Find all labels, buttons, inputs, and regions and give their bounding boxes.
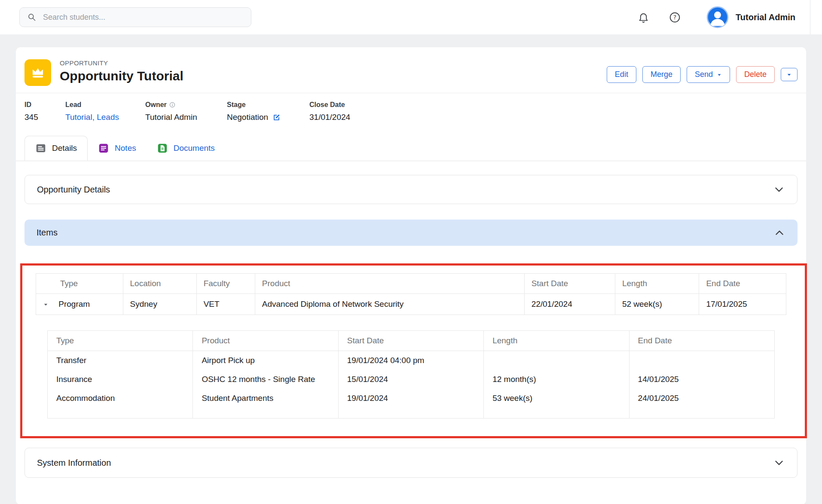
summary-stage-field: Stage Negotiation — [227, 101, 309, 122]
sub-cell-length: 12 month(s) — [484, 370, 629, 389]
items-panel-header[interactable]: Items — [24, 220, 798, 246]
close-date-value: 31/01/2024 — [309, 113, 350, 122]
sub-cell-product: Student Apartments — [193, 389, 338, 408]
opportunity-details-title: Opportunity Details — [37, 185, 110, 195]
column-header-length: Length — [615, 274, 699, 294]
summary-lead-field: Lead Tutorial, Leads — [65, 101, 145, 122]
page-title: Opportunity Tutorial — [60, 69, 183, 83]
sub-item-row-insurance[interactable]: Insurance OSHC 12 months - Single Rate 1… — [48, 370, 775, 389]
cell-type: Program — [58, 299, 90, 309]
svg-text:?: ? — [673, 14, 676, 21]
sub-cell-type: Insurance — [48, 370, 193, 389]
details-tab-label: Details — [52, 144, 77, 153]
search-input[interactable] — [42, 12, 243, 22]
cell-length: 52 week(s) — [615, 294, 699, 315]
details-tab-icon — [35, 143, 46, 154]
entity-type-label: OPPORTUNITY — [60, 59, 183, 67]
column-header-start-date: Start Date — [524, 274, 615, 294]
system-information-panel-header[interactable]: System Information — [24, 448, 798, 478]
stage-label: Stage — [227, 101, 309, 109]
items-table-header-row: Type Location Faculty Product Start Date… — [36, 274, 786, 294]
column-header-type: Type — [36, 274, 123, 294]
lead-link[interactable]: Tutorial, Leads — [65, 113, 119, 122]
details-tab-content: Opportunity Details Items — [16, 161, 806, 478]
sub-cell-start-date: 19/01/2024 — [338, 389, 483, 408]
close-date-label: Close Date — [309, 101, 350, 109]
stage-value: Negotiation — [227, 113, 268, 122]
column-header-product: Product — [255, 274, 524, 294]
sub-item-row-accommodation[interactable]: Accommodation Student Apartments 19/01/2… — [48, 389, 775, 408]
program-item-row[interactable]: Program Sydney VET Advanced Diploma of N… — [36, 294, 786, 315]
send-button-label: Send — [695, 70, 713, 79]
user-name: Tutorial Admin — [736, 12, 795, 22]
edit-button-label: Edit — [615, 70, 628, 79]
id-value: 345 — [24, 113, 65, 122]
expand-row-caret-icon[interactable] — [43, 302, 49, 307]
cell-end-date: 17/01/2025 — [699, 294, 786, 315]
column-header-end-date: End Date — [699, 274, 786, 294]
cell-product: Advanced Diploma of Network Security — [255, 294, 524, 315]
edit-button[interactable]: Edit — [607, 66, 636, 83]
topbar-divider — [810, 0, 810, 34]
lead-label: Lead — [65, 101, 145, 109]
items-table: Type Location Faculty Product Start Date… — [36, 273, 786, 315]
merge-button[interactable]: Merge — [642, 66, 681, 83]
sub-cell-product: Airport Pick up — [193, 351, 338, 370]
sub-cell-end-date — [629, 351, 774, 370]
sub-column-header-length: Length — [484, 331, 629, 351]
column-header-location: Location — [123, 274, 196, 294]
sub-column-header-type: Type — [48, 331, 193, 351]
summary-owner-field: Owner Tutorial Admin — [145, 101, 227, 122]
sub-cell-end-date: 24/01/2025 — [629, 389, 774, 408]
sub-cell-type: Accommodation — [48, 389, 193, 408]
owner-value: Tutorial Admin — [145, 113, 227, 122]
delete-button[interactable]: Delete — [736, 66, 775, 83]
sub-item-row-transfer[interactable]: Transfer Airport Pick up 19/01/2024 04:0… — [48, 351, 775, 370]
user-menu[interactable]: Tutorial Admin — [700, 6, 810, 28]
notifications-bell-icon[interactable] — [638, 12, 649, 23]
tab-details[interactable]: Details — [24, 136, 88, 161]
record-summary: ID 345 Lead Tutorial, Leads Owner Tutori… — [16, 93, 806, 133]
stage-edit-icon[interactable] — [272, 113, 281, 122]
tab-documents[interactable]: Documents — [147, 136, 225, 161]
sub-cell-length — [484, 351, 629, 370]
sub-items-block: Type Product Start Date Length End Date … — [47, 330, 775, 418]
chevron-up-icon[interactable] — [773, 227, 785, 239]
sub-cell-start-date: 19/01/2024 04:00 pm — [338, 351, 483, 370]
more-actions-dropdown-button[interactable] — [781, 68, 798, 81]
sub-items-header-row: Type Product Start Date Length End Date — [48, 331, 775, 351]
cell-location: Sydney — [123, 294, 196, 315]
crown-icon — [24, 59, 51, 86]
sub-column-header-start-date: Start Date — [338, 331, 483, 351]
search-icon — [28, 13, 36, 21]
sub-column-header-end-date: End Date — [629, 331, 774, 351]
send-button[interactable]: Send — [687, 66, 730, 83]
chevron-down-icon[interactable] — [773, 457, 785, 469]
opportunity-card: OPPORTUNITY Opportunity Tutorial Edit Me… — [16, 47, 806, 504]
summary-id-field: ID 345 — [24, 101, 65, 122]
documents-tab-label: Documents — [174, 144, 215, 153]
notes-tab-label: Notes — [115, 144, 136, 153]
system-information-title: System Information — [37, 458, 111, 468]
more-actions-caret-icon — [786, 72, 792, 77]
sub-cell-end-date: 14/01/2025 — [629, 370, 774, 389]
record-header: OPPORTUNITY Opportunity Tutorial Edit Me… — [16, 47, 806, 93]
top-bar: ? Tutorial Admin — [0, 0, 822, 34]
help-icon[interactable]: ? — [669, 12, 681, 23]
send-caret-icon — [717, 72, 722, 77]
sub-items-spacer-row — [48, 408, 775, 418]
search-box[interactable] — [19, 7, 251, 27]
opportunity-details-panel-header[interactable]: Opportunity Details — [24, 175, 798, 204]
tab-strip: Details Notes Documents — [16, 136, 806, 161]
items-title: Items — [37, 228, 58, 238]
items-panel-body: Type Location Faculty Product Start Date… — [24, 246, 798, 431]
cell-start-date: 22/01/2024 — [524, 294, 615, 315]
tab-notes[interactable]: Notes — [88, 136, 147, 161]
notes-tab-icon — [98, 143, 109, 154]
items-panel: Items Type Location Faculty — [24, 220, 798, 431]
cell-faculty: VET — [196, 294, 255, 315]
summary-close-date-field: Close Date 31/01/2024 — [309, 101, 350, 122]
chevron-down-icon[interactable] — [773, 183, 785, 195]
delete-button-label: Delete — [744, 70, 767, 79]
record-actions: Edit Merge Send Delete — [607, 66, 798, 83]
